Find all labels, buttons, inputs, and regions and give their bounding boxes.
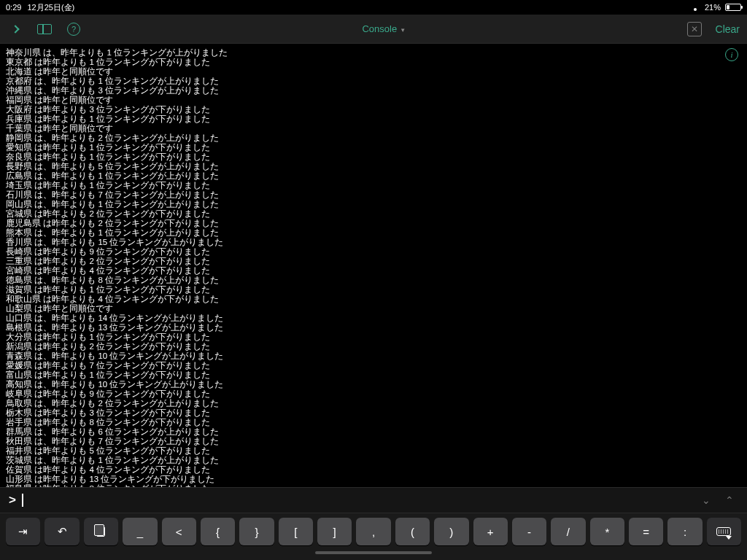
title-label: Console: [362, 23, 397, 34]
history-down-button[interactable]: ⌄: [697, 494, 715, 506]
symbol-key[interactable]: -: [512, 518, 546, 545]
symbol-key[interactable]: =: [629, 518, 663, 545]
console-line: 佐賀県 は昨年よりも 4 位ランキングが下がりました: [6, 465, 741, 475]
keyboard-toggle-key[interactable]: [707, 518, 741, 545]
console-line: 大阪府 は昨年よりも 3 位ランキングが下がりました: [6, 105, 741, 114]
dropdown-icon: ▼: [400, 27, 406, 34]
console-line: 長野県 は、昨年よりも 5 位ランキングが上がりました: [6, 162, 741, 171]
symbol-key[interactable]: {: [201, 518, 235, 545]
console-line: 島根県 は、昨年よりも 13 位ランキングが上がりました: [6, 323, 741, 332]
paste-key[interactable]: [84, 518, 118, 545]
status-bar: 0:29 12月25日(金) 21%: [0, 0, 747, 15]
battery-percent: 21%: [705, 3, 721, 12]
symbol-key[interactable]: *: [590, 518, 624, 545]
console-line: 愛知県 は昨年よりも 1 位ランキングが下がりました: [6, 143, 741, 152]
console-line: 宮城県 は昨年よりも 2 位ランキングが下がりました: [6, 209, 741, 219]
console-line: 福井県 は昨年よりも 5 位ランキングが下がりました: [6, 446, 741, 456]
symbol-key[interactable]: }: [239, 518, 274, 545]
tab-key[interactable]: ⇥: [6, 518, 40, 545]
info-icon: i: [730, 50, 732, 59]
symbol-key[interactable]: ]: [317, 518, 352, 545]
symbol-key[interactable]: ,: [356, 518, 390, 545]
symbol-key[interactable]: (: [395, 518, 430, 545]
close-icon: ✕: [687, 22, 702, 36]
console-line: 福島県 は昨年よりも 8 位ランキングが下がりました: [6, 484, 741, 487]
history-up-button[interactable]: ⌃: [721, 494, 738, 506]
console-line: 三重県 は昨年よりも 2 位ランキングが下がりました: [6, 257, 741, 266]
toolbar: ? Console▼ ✕ Clear: [0, 15, 747, 44]
console-line: 熊本県 は、昨年よりも 1 位ランキングが上がりました: [6, 228, 741, 238]
symbol-key[interactable]: _: [123, 518, 157, 545]
console-line: 和歌山県 は昨年よりも 4 位ランキングが下がりました: [6, 295, 741, 304]
console-line: 秋田県 は、昨年よりも 7 位ランキングが上がりました: [6, 437, 741, 446]
home-indicator-area: [0, 550, 747, 560]
help-button[interactable]: ?: [66, 21, 82, 37]
sidebar-icon: [37, 24, 52, 34]
console-line: 兵庫県 は昨年よりも 1 位ランキングが下がりました: [6, 114, 741, 124]
console-line: 徳島県 は、昨年よりも 8 位ランキングが上がりました: [6, 276, 741, 285]
symbol-key[interactable]: /: [551, 518, 585, 545]
tab-icon: ⇥: [18, 525, 28, 538]
console-line: 石川県 は、昨年よりも 7 位ランキングが上がりました: [6, 190, 741, 200]
info-button[interactable]: i: [725, 48, 738, 61]
console-line: 山梨県 は昨年と同順位です: [6, 304, 741, 314]
chevron-right-icon: [11, 25, 19, 33]
console-line: 山形県 は昨年よりも 13 位ランキングが下がりました: [6, 475, 741, 484]
console-line: 福岡県 は昨年と同順位です: [6, 96, 741, 105]
console-line: 静岡県 は、昨年よりも 2 位ランキングが上がりました: [6, 133, 741, 143]
console-line: 長崎県 は昨年よりも 9 位ランキングが下がりました: [6, 247, 741, 257]
console-line: 岡山県 は、昨年よりも 1 位ランキングが上がりました: [6, 200, 741, 209]
symbol-key[interactable]: +: [473, 518, 508, 545]
clipboard-icon: [96, 526, 105, 537]
console-line: 山口県 は、昨年よりも 14 位ランキングが上がりました: [6, 314, 741, 323]
console-line: 青森県 は、昨年よりも 10 位ランキングが上がりました: [6, 351, 741, 361]
console-line: 北海道 は昨年と同順位です: [6, 67, 741, 77]
console-line: 千葉県 は昨年と同順位です: [6, 124, 741, 133]
undo-key[interactable]: ↶: [44, 518, 79, 545]
console-line: 滋賀県 は昨年よりも 1 位ランキングが下がりました: [6, 285, 741, 295]
keyboard-accessory: ⇥ ↶ _<{}[],()+-/*=:: [0, 513, 747, 550]
wifi-icon: [690, 4, 700, 11]
console-line: 群馬県 は、昨年よりも 6 位ランキングが上がりました: [6, 427, 741, 437]
console-line: 沖縄県 は、昨年よりも 3 位ランキングが上がりました: [6, 86, 741, 96]
text-cursor: [22, 494, 23, 507]
console-line: 富山県 は昨年よりも 1 位ランキングが下がりました: [6, 370, 741, 380]
prompt-row[interactable]: > ⌄ ⌃: [0, 487, 747, 513]
keyboard-icon: [716, 527, 731, 536]
console-line: 大分県 は昨年よりも 1 位ランキングが下がりました: [6, 332, 741, 342]
toolbar-title[interactable]: Console▼: [95, 23, 673, 34]
console-line: 鳥取県 は、昨年よりも 2 位ランキングが上がりました: [6, 399, 741, 408]
symbol-key[interactable]: ): [434, 518, 468, 545]
console-line: 香川県 は、昨年よりも 15 位ランキングが上がりました: [6, 238, 741, 247]
close-button[interactable]: ✕: [686, 21, 703, 37]
prompt-symbol: >: [9, 493, 16, 508]
symbol-key[interactable]: :: [667, 518, 702, 545]
console-line: 茨城県 は、昨年よりも 1 位ランキングが上がりました: [6, 456, 741, 465]
clear-button[interactable]: Clear: [716, 23, 740, 35]
console-line: 奈良県 は昨年よりも 1 位ランキングが下がりました: [6, 152, 741, 162]
console-line: 愛媛県 は昨年よりも 7 位ランキングが下がりました: [6, 361, 741, 370]
panels-button[interactable]: [36, 21, 53, 37]
symbol-key[interactable]: [: [279, 518, 313, 545]
console-line: 岩手県 は昨年よりも 8 位ランキングが下がりました: [6, 418, 741, 427]
console-line: 高知県 は、昨年よりも 10 位ランキングが上がりました: [6, 380, 741, 389]
console-line: 京都府 は、昨年よりも 1 位ランキングが上がりました: [6, 77, 741, 86]
help-icon: ?: [67, 23, 80, 36]
undo-icon: ↶: [58, 525, 67, 538]
back-button[interactable]: [7, 21, 23, 37]
console-line: 新潟県 は昨年よりも 2 位ランキングが下がりました: [6, 342, 741, 351]
console-line: 宮崎県 は昨年よりも 4 位ランキングが下がりました: [6, 266, 741, 276]
console-line: 鹿児島県 は昨年よりも 2 位ランキングが下がりました: [6, 219, 741, 228]
console-line: 神奈川県 は、昨年よりも 1 位ランキングが上がりました: [6, 48, 741, 58]
console-output[interactable]: i 神奈川県 は、昨年よりも 1 位ランキングが上がりました東京都 は昨年よりも…: [0, 44, 747, 487]
battery-icon: [725, 4, 741, 11]
console-line: 広島県 は、昨年よりも 1 位ランキングが上がりました: [6, 171, 741, 181]
console-line: 東京都 は昨年よりも 1 位ランキングが下がりました: [6, 58, 741, 67]
status-time: 0:29: [6, 3, 21, 12]
console-line: 栃木県 は昨年よりも 3 位ランキングが下がりました: [6, 408, 741, 418]
symbol-key[interactable]: <: [162, 518, 196, 545]
console-line: 岐阜県 は昨年よりも 9 位ランキングが下がりました: [6, 389, 741, 399]
home-indicator[interactable]: [315, 551, 432, 554]
status-date: 12月25日(金): [27, 2, 74, 13]
console-line: 埼玉県 は昨年よりも 1 位ランキングが下がりました: [6, 181, 741, 190]
